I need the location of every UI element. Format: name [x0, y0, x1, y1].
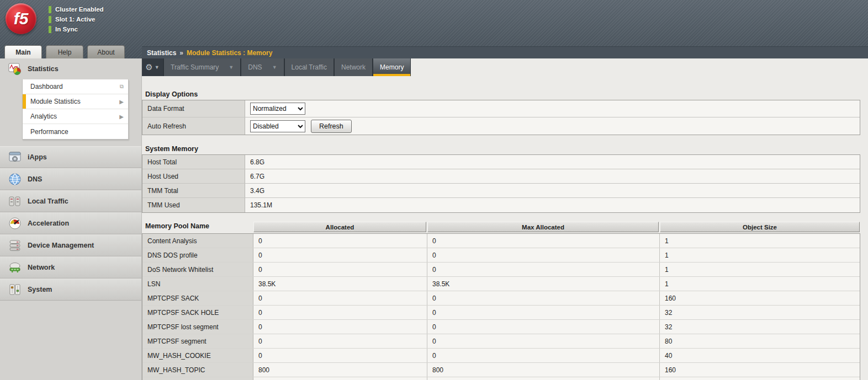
- object-size-cell: 160: [660, 363, 860, 377]
- max-allocated-cell: 0: [427, 306, 660, 319]
- pool-name-cell: DoS Network Whitelist: [142, 263, 253, 276]
- stat-label: TMM Total: [142, 184, 245, 197]
- module-tab-network[interactable]: Network: [335, 58, 372, 76]
- pool-name-cell: MPTCPSF SACK: [142, 291, 253, 305]
- max-allocated-cell: 800: [427, 363, 660, 377]
- allocated-cell: 0: [253, 349, 427, 362]
- breadcrumb-separator: »: [179, 49, 183, 57]
- status-text: Cluster Enabled: [55, 6, 104, 13]
- module-tab-dns[interactable]: DNS▼: [241, 58, 283, 76]
- allocated-cell: 0: [253, 334, 427, 348]
- tab-options-button[interactable]: ⚙ ▼: [142, 58, 163, 76]
- max-allocated-cell: 0: [427, 234, 660, 248]
- sidebar-item-analytics[interactable]: Analytics▶: [23, 109, 128, 124]
- sidebar-item-label: Local Traffic: [28, 197, 68, 205]
- table-row: DNS DOS profile001: [142, 248, 860, 263]
- stat-label: TMM Used: [142, 198, 245, 212]
- sidebar-item-system[interactable]: System: [0, 279, 141, 301]
- acceleration-icon: [8, 216, 22, 231]
- table-row: [142, 377, 860, 380]
- status-text: In Sync: [55, 26, 78, 33]
- sidebar-item-iapps[interactable]: iApps: [0, 146, 141, 168]
- memory-pool-table: Content Analysis001DNS DOS profile001DoS…: [142, 233, 860, 380]
- chevron-down-icon: ▼: [262, 65, 277, 70]
- field-label: Auto Refresh: [142, 117, 245, 135]
- module-tab-label: Memory: [380, 63, 404, 71]
- module-tab-label: Local Traffic: [292, 63, 327, 71]
- stat-value: 6.8G: [245, 155, 860, 169]
- breadcrumb-current: Module Statistics : Memory: [187, 49, 272, 57]
- object-size-cell: 160: [660, 291, 860, 305]
- pool-name-cell: DNS DOS profile: [142, 248, 253, 262]
- object-size-cell: [660, 377, 860, 380]
- sidebar-item-label: System: [28, 286, 52, 293]
- sidebar-item-label: Network: [28, 264, 55, 271]
- sidebar-item-device-management[interactable]: Device Management: [0, 234, 141, 256]
- max-allocated-cell: 0: [427, 248, 660, 262]
- system-icon: [8, 282, 22, 297]
- sidebar-submenu: Dashboard⧉Module Statistics▶Analytics▶Pe…: [22, 79, 129, 140]
- allocated-cell: 0: [253, 291, 427, 305]
- nav-tab-help[interactable]: Help: [46, 45, 83, 58]
- sidebar-item-dashboard[interactable]: Dashboard⧉: [23, 79, 128, 94]
- field-value: DisabledRefresh: [245, 117, 860, 135]
- breadcrumb-root-link[interactable]: Statistics: [147, 49, 176, 57]
- primary-nav-tabs: MainHelpAbout: [4, 45, 125, 58]
- auto-refresh-select[interactable]: Disabled: [250, 120, 305, 132]
- allocated-cell: 0: [253, 248, 427, 262]
- object-size-cell: 1: [660, 248, 860, 262]
- chevron-right-icon: ▶: [119, 114, 124, 120]
- system-memory-title: System Memory: [142, 145, 868, 153]
- max-allocated-cell: 0: [427, 291, 660, 305]
- table-row: Data FormatNormalized: [142, 100, 860, 117]
- data-format-select[interactable]: Normalized: [250, 103, 305, 115]
- table-row: Content Analysis001: [142, 234, 860, 248]
- nav-tab-main[interactable]: Main: [4, 45, 42, 58]
- table-row: TMM Used135.1M: [142, 198, 860, 212]
- max-allocated-cell: 0: [427, 349, 660, 362]
- sidebar-item-statistics[interactable]: Statistics: [0, 58, 141, 79]
- submenu-item-label: Performance: [30, 128, 68, 136]
- object-size-cell: 32: [660, 320, 860, 334]
- object-size-cell: 1: [660, 263, 860, 276]
- sidebar-item-module-statistics[interactable]: Module Statistics▶: [23, 94, 128, 109]
- sidebar-item-dns[interactable]: DNS: [0, 168, 141, 190]
- local-traffic-icon: [8, 194, 22, 208]
- sidebar-item-label: iApps: [28, 153, 47, 161]
- table-row: MW_HASH_COOKIE0040: [142, 349, 860, 363]
- table-row: MPTCPSF SACK00160: [142, 291, 860, 306]
- status-text: Slot 1: Active: [55, 16, 95, 23]
- table-row: MPTCPSF lost segment0032: [142, 320, 860, 334]
- module-tab-label: Network: [341, 63, 366, 71]
- breadcrumb: Statistics » Module Statistics : Memory: [142, 46, 868, 58]
- status-stack: Cluster EnabledSlot 1: ActiveIn Sync: [49, 6, 104, 35]
- sidebar-item-acceleration[interactable]: Acceleration: [0, 212, 141, 234]
- sidebar-item-local-traffic[interactable]: Local Traffic: [0, 190, 141, 212]
- object-size-cell: 1: [660, 277, 860, 291]
- refresh-button[interactable]: Refresh: [311, 120, 352, 133]
- pool-name-cell: [142, 377, 253, 380]
- table-row: MPTCPSF SACK HOLE0032: [142, 306, 860, 320]
- allocated-cell: 38.5K: [253, 277, 427, 291]
- table-row: DoS Network Whitelist001: [142, 263, 860, 277]
- pool-name-cell: MPTCPSF lost segment: [142, 320, 253, 334]
- allocated-cell: 0: [253, 320, 427, 334]
- sidebar-item-performance[interactable]: Performance: [23, 124, 128, 139]
- module-tab-traffic-summary[interactable]: Traffic Summary▼: [164, 58, 240, 76]
- object-size-cell: 80: [660, 334, 860, 348]
- stat-value: 3.4G: [245, 184, 860, 197]
- popup-window-icon: ⧉: [120, 83, 124, 90]
- status-green-bar-icon: [49, 6, 51, 13]
- module-tab-local-traffic[interactable]: Local Traffic: [285, 58, 334, 76]
- pool-name-cell: LSN: [142, 277, 253, 291]
- max-allocated-cell: 0: [427, 334, 660, 348]
- sidebar-item-network[interactable]: Network: [0, 256, 141, 279]
- f5-logo[interactable]: f5: [6, 3, 36, 34]
- pool-name-cell: MPTCPSF segment: [142, 334, 253, 348]
- network-icon: [8, 260, 22, 275]
- pool-name-cell: MPTCPSF SACK HOLE: [142, 306, 253, 319]
- pool-name-cell: Content Analysis: [142, 234, 253, 248]
- module-tab-memory[interactable]: Memory: [373, 58, 410, 76]
- stat-value: 135.1M: [245, 198, 860, 212]
- nav-tab-about[interactable]: About: [87, 45, 125, 58]
